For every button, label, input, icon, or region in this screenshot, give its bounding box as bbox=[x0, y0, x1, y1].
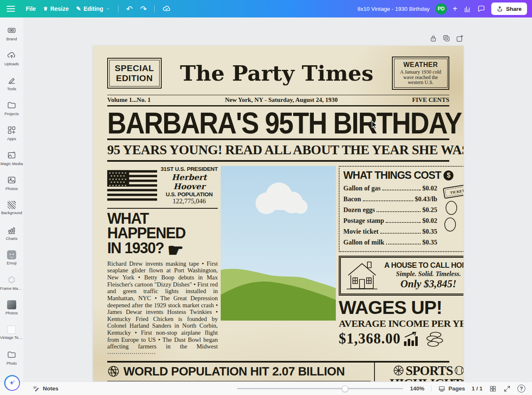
sidebar-item-charts[interactable]: Charts bbox=[0, 220, 23, 245]
house-title: A HOUSE TO CALL HOME bbox=[382, 261, 463, 270]
bottom-bar: Notes 140% Pages 1 / 1 ? bbox=[0, 382, 532, 395]
wages-subtitle: AVERAGE INCOME PER YEAR bbox=[339, 318, 463, 329]
sidebar-item-background[interactable]: Background bbox=[0, 195, 23, 220]
baseball-icon bbox=[454, 365, 463, 375]
zoom-slider-thumb[interactable] bbox=[342, 385, 348, 392]
sidebar-item-projects[interactable]: Projects bbox=[0, 96, 23, 121]
main-headline[interactable]: BARBARA'S 95TH BIRTHDAY bbox=[107, 107, 449, 139]
file-menu[interactable]: File bbox=[26, 5, 36, 12]
sidebar-item-brand[interactable]: Brand bbox=[0, 21, 23, 46]
divider bbox=[154, 5, 155, 12]
sidebar-item-photos-2[interactable]: Photos bbox=[0, 295, 23, 320]
avatar[interactable]: PD bbox=[436, 3, 447, 15]
house-price: Only $3,845! bbox=[382, 278, 463, 290]
resize-button[interactable]: ♛ Resize bbox=[43, 5, 69, 12]
globe-icon bbox=[107, 365, 120, 378]
special-edition-box[interactable]: SPECIAL EDITION bbox=[107, 58, 162, 88]
emoji-icon bbox=[7, 250, 16, 259]
divider bbox=[431, 385, 431, 392]
what-happened-body[interactable]: Richard Drew invents masking tape • Firs… bbox=[107, 260, 218, 357]
sidebar-item-vintage-textures[interactable]: Vintage Tex... bbox=[0, 320, 23, 345]
brand-icon bbox=[7, 25, 17, 35]
canva-ai-button[interactable] bbox=[4, 375, 20, 391]
wages-title: WAGES UP! bbox=[339, 298, 463, 317]
comments-icon[interactable] bbox=[477, 5, 485, 13]
sidebar-item-photo[interactable]: Photo bbox=[0, 345, 23, 370]
coins-icon bbox=[423, 331, 445, 347]
world-population-banner[interactable]: WORLD POPULATION HIT 2.07 BILLION bbox=[107, 363, 371, 381]
president-title: 31ST U.S. PRESIDENT bbox=[160, 166, 218, 172]
president-block[interactable]: ★★★★★★ ★★★★★ ★★★★★★ ★★★★★ ★★★★★★ 31ST U.… bbox=[107, 166, 218, 205]
sub-headline[interactable]: 95 YEARS YOUNG! READ ALL ABOUT THE YEAR … bbox=[107, 140, 449, 160]
sidebar-item-apps[interactable]: Apps bbox=[0, 121, 23, 146]
cost-title: WHAT THINGS COST bbox=[343, 169, 441, 181]
insights-icon[interactable] bbox=[463, 5, 471, 13]
help-button[interactable]: ? bbox=[517, 385, 525, 393]
share-button[interactable]: Share bbox=[491, 2, 527, 15]
crown-icon: ♛ bbox=[43, 6, 48, 12]
charts-icon bbox=[7, 225, 17, 235]
masthead-title[interactable]: The Party Times bbox=[166, 54, 388, 92]
zoom-slider[interactable] bbox=[237, 385, 403, 392]
dateline-row[interactable]: Volume 1...No. 1 New York, NY - Saturday… bbox=[107, 95, 449, 106]
cost-row: Gallon of gas$0.02 bbox=[343, 183, 437, 194]
magic-media-icon bbox=[7, 150, 17, 160]
house-ad-box[interactable]: A HOUSE TO CALL HOME Simple. Solid. Time… bbox=[339, 256, 463, 296]
house-tagline: Simple. Solid. Timeless. bbox=[382, 270, 463, 278]
wages-block[interactable]: WAGES UP! AVERAGE INCOME PER YEAR $1,368… bbox=[339, 298, 463, 347]
fullscreen-icon[interactable] bbox=[503, 385, 511, 393]
sidebar-item-emoji[interactable]: Emoji bbox=[0, 245, 23, 270]
zoom-level[interactable]: 140% bbox=[410, 385, 424, 392]
pages-button[interactable]: Pages bbox=[438, 385, 465, 393]
pen-tool-icon bbox=[7, 75, 17, 85]
editing-mode-dropdown[interactable]: ✎ Editing bbox=[76, 5, 111, 12]
bottom-section: WORLD POPULATION HIT 2.07 BILLION NOW DR… bbox=[107, 361, 449, 381]
grid-view-icon[interactable] bbox=[489, 385, 497, 393]
lock-icon[interactable] bbox=[429, 34, 438, 43]
us-flag-illustration: ★★★★★★ ★★★★★ ★★★★★★ ★★★★★ ★★★★★★ bbox=[107, 169, 157, 202]
sidebar-item-uploads[interactable]: Uploads bbox=[0, 46, 23, 71]
zoom-slider-track[interactable] bbox=[237, 388, 403, 389]
what-happened-title[interactable]: WHAT HAPPENED IN 1930? ☛ bbox=[107, 211, 218, 257]
pointing-hand-icon: ☛ bbox=[167, 240, 183, 260]
notes-button[interactable]: Notes bbox=[32, 385, 59, 393]
undo-icon[interactable]: ↶ bbox=[126, 5, 133, 13]
cost-row: Bacon$0.43/lb bbox=[343, 194, 437, 205]
duplicate-page-icon[interactable] bbox=[442, 34, 451, 43]
design-page[interactable]: SPECIAL EDITION The Party Times WEATHER … bbox=[93, 46, 463, 381]
share-icon bbox=[497, 6, 503, 12]
folder-icon bbox=[7, 100, 17, 110]
cloud-save-icon[interactable] bbox=[162, 4, 171, 13]
svg-text:★★★★★: ★★★★★ bbox=[111, 175, 126, 177]
sports-highlights-block[interactable]: SPORTS HIGHLIGHTS World Series Champions… bbox=[374, 363, 463, 381]
cost-row: Gallon of milk$0.35 bbox=[343, 237, 437, 248]
sidebar-item-photos[interactable]: Photos bbox=[0, 170, 23, 195]
ticket-illustration: TICKET bbox=[440, 183, 463, 200]
menu-icon[interactable] bbox=[7, 6, 15, 12]
weather-box[interactable]: WEATHER A January 1930 cold wave reached… bbox=[392, 57, 449, 90]
add-member-button[interactable]: + bbox=[453, 5, 458, 13]
president-name: Herbert Hoover bbox=[160, 173, 218, 191]
add-page-icon[interactable] bbox=[456, 34, 464, 43]
document-title[interactable]: 8x10 Vintage - 1930 Birthday bbox=[357, 6, 430, 12]
cost-row: Movie ticket$0.35 bbox=[343, 226, 437, 237]
redo-icon[interactable]: ↷ bbox=[140, 5, 147, 13]
notes-icon bbox=[32, 385, 40, 393]
world-population-text: WORLD POPULATION HIT 2.07 BILLION bbox=[123, 365, 345, 378]
house-illustration bbox=[344, 259, 380, 292]
volume-label: Volume 1...No. 1 bbox=[107, 96, 150, 104]
landscape-photo-placeholder[interactable] bbox=[221, 166, 336, 321]
sidebar-item-tools[interactable]: Tools bbox=[0, 71, 23, 96]
page-indicator: 1 / 1 bbox=[472, 385, 483, 392]
upload-cloud-icon bbox=[7, 50, 17, 60]
divider bbox=[107, 160, 449, 162]
sidebar-item-frame-maker[interactable]: Frame Maker bbox=[0, 270, 23, 295]
newspaper-header: SPECIAL EDITION The Party Times WEATHER … bbox=[107, 54, 449, 92]
growth-chart-icon: $ bbox=[403, 331, 421, 347]
sidebar-item-magic-media[interactable]: Magic Media bbox=[0, 146, 23, 170]
svg-text:$: $ bbox=[412, 331, 414, 335]
svg-text:★★★★★: ★★★★★ bbox=[111, 181, 126, 183]
what-things-cost-box[interactable]: WHAT THINGS COST $ Gallon of gas$0.02 Ba… bbox=[339, 166, 463, 252]
svg-text:TICKET: TICKET bbox=[450, 188, 463, 195]
cost-row: Dozen eggs$0.25 bbox=[343, 205, 437, 215]
